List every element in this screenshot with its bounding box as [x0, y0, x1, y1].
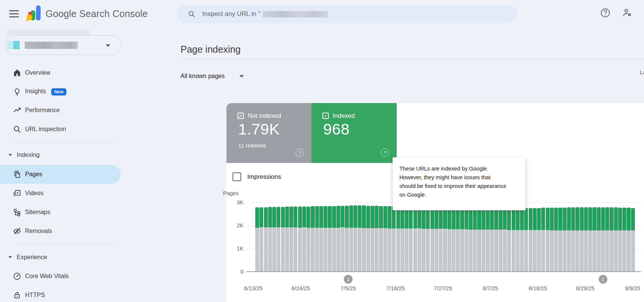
bar-indexed[interactable] — [614, 207, 618, 230]
bar-indexed[interactable] — [259, 207, 263, 228]
bar-not-indexed[interactable] — [486, 230, 490, 272]
bar-not-indexed[interactable] — [605, 230, 609, 272]
url-inspect-search-bar[interactable]: Inspect any URL in " — [177, 5, 518, 23]
bar-not-indexed[interactable] — [567, 230, 571, 272]
bar-not-indexed[interactable] — [315, 228, 319, 272]
bar-not-indexed[interactable] — [430, 229, 434, 272]
impressions-toggle[interactable]: Impressions — [232, 172, 281, 181]
bar-not-indexed[interactable] — [379, 228, 383, 272]
bar-indexed[interactable] — [529, 208, 532, 230]
bar-indexed[interactable] — [627, 208, 630, 230]
help-icon[interactable]: ? — [295, 149, 304, 157]
bar-not-indexed[interactable] — [281, 227, 285, 272]
bar-indexed[interactable] — [306, 207, 310, 228]
indexed-summary-card[interactable]: ✓ Indexed 968 ? — [311, 103, 397, 163]
page-filter-dropdown[interactable]: All known pages — [181, 72, 244, 80]
bar-not-indexed[interactable] — [319, 228, 323, 272]
bar-indexed[interactable] — [452, 207, 456, 229]
bar-indexed[interactable] — [281, 207, 285, 227]
bar-not-indexed[interactable] — [272, 227, 276, 272]
bar-indexed[interactable] — [366, 206, 370, 228]
bar-indexed[interactable] — [362, 205, 366, 228]
bar-not-indexed[interactable] — [490, 230, 494, 272]
bar-not-indexed[interactable] — [503, 230, 507, 272]
bar-indexed[interactable] — [379, 206, 383, 228]
bar-not-indexed[interactable] — [443, 229, 447, 272]
bar-not-indexed[interactable] — [550, 230, 554, 272]
sidebar-item-insights[interactable]: InsightsNew — [0, 82, 121, 101]
bar-not-indexed[interactable] — [460, 229, 464, 272]
bar-not-indexed[interactable] — [264, 227, 268, 272]
bar-not-indexed[interactable] — [371, 228, 374, 272]
bar-indexed[interactable] — [550, 208, 554, 230]
bar-not-indexed[interactable] — [507, 230, 511, 272]
bar-not-indexed[interactable] — [597, 230, 601, 272]
bar-indexed[interactable] — [507, 208, 511, 230]
bar-indexed[interactable] — [264, 207, 268, 228]
bar-indexed[interactable] — [499, 208, 503, 230]
bar-not-indexed[interactable] — [418, 229, 421, 272]
bar-indexed[interactable] — [353, 205, 357, 228]
sidebar-item-https[interactable]: HTTPS — [0, 286, 121, 302]
bar-indexed[interactable] — [345, 206, 349, 228]
bar-not-indexed[interactable] — [512, 230, 515, 272]
bar-indexed[interactable] — [584, 207, 588, 230]
bar-not-indexed[interactable] — [341, 228, 344, 272]
bar-indexed[interactable] — [311, 206, 314, 227]
bar-indexed[interactable] — [276, 207, 280, 227]
bar-not-indexed[interactable] — [353, 228, 357, 272]
impressions-checkbox[interactable] — [232, 172, 241, 181]
bar-not-indexed[interactable] — [285, 227, 289, 272]
bar-not-indexed[interactable] — [435, 229, 438, 272]
bar-indexed[interactable] — [289, 207, 293, 227]
bar-indexed[interactable] — [631, 208, 635, 230]
bar-not-indexed[interactable] — [563, 230, 567, 272]
bar-not-indexed[interactable] — [439, 229, 443, 272]
bar-not-indexed[interactable] — [592, 230, 596, 272]
bar-not-indexed[interactable] — [529, 230, 532, 272]
bar-indexed[interactable] — [490, 208, 494, 230]
bar-not-indexed[interactable] — [426, 229, 430, 272]
bar-indexed[interactable] — [482, 208, 485, 230]
bar-not-indexed[interactable] — [494, 230, 498, 272]
bar-indexed[interactable] — [575, 207, 579, 230]
bar-indexed[interactable] — [460, 208, 464, 229]
bar-not-indexed[interactable] — [294, 227, 297, 272]
bar-indexed[interactable] — [618, 208, 622, 230]
bar-not-indexed[interactable] — [609, 230, 613, 272]
sidebar-item-core-web-vitals[interactable]: Core Web Vitals — [0, 267, 121, 286]
bar-indexed[interactable] — [524, 208, 528, 230]
indexed-checkbox[interactable]: ✓ — [322, 113, 329, 119]
bar-not-indexed[interactable] — [409, 228, 413, 272]
bar-indexed[interactable] — [285, 207, 289, 227]
bar-indexed[interactable] — [448, 207, 451, 229]
bar-indexed[interactable] — [503, 208, 507, 230]
bar-indexed[interactable] — [302, 207, 306, 228]
bar-not-indexed[interactable] — [345, 228, 349, 272]
bar-indexed[interactable] — [435, 207, 438, 229]
bar-not-indexed[interactable] — [601, 230, 605, 272]
bar-not-indexed[interactable] — [332, 228, 336, 272]
bar-not-indexed[interactable] — [358, 228, 361, 272]
bar-indexed[interactable] — [597, 207, 601, 230]
bar-not-indexed[interactable] — [516, 230, 520, 272]
bar-not-indexed[interactable] — [482, 230, 485, 272]
bar-not-indexed[interactable] — [255, 228, 259, 272]
bar-indexed[interactable] — [272, 207, 276, 227]
bar-indexed[interactable] — [465, 208, 468, 230]
bar-not-indexed[interactable] — [537, 230, 541, 272]
sidebar-item-pages[interactable]: Pages — [0, 165, 121, 184]
bar-indexed[interactable] — [554, 208, 558, 230]
bar-not-indexed[interactable] — [558, 230, 562, 272]
bar-indexed[interactable] — [298, 207, 302, 228]
bar-not-indexed[interactable] — [336, 228, 340, 272]
not-indexed-checkbox[interactable]: ✓ — [237, 113, 244, 119]
bar-not-indexed[interactable] — [571, 230, 575, 272]
bar-not-indexed[interactable] — [311, 228, 314, 272]
bar-not-indexed[interactable] — [405, 228, 408, 272]
bar-indexed[interactable] — [469, 208, 473, 230]
sidebar-item-overview[interactable]: Overview — [0, 63, 121, 82]
bar-indexed[interactable] — [520, 208, 524, 230]
not-indexed-summary-card[interactable]: ✓ Not indexed 1.79K 11 reasons ? — [226, 103, 311, 163]
bar-indexed[interactable] — [268, 207, 272, 227]
